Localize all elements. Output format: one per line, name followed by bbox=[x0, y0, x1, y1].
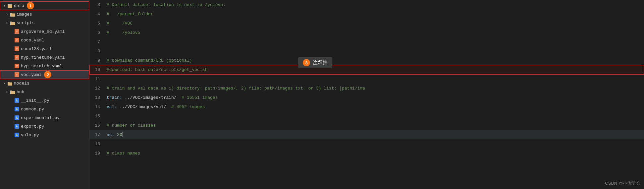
folder-icon bbox=[10, 12, 15, 17]
sidebar-item-scripts-folder[interactable]: scripts bbox=[0, 19, 89, 27]
line-number: 13 bbox=[89, 95, 105, 100]
editor-line-14: 14 val: ../VOC/images/val/ # 4952 images bbox=[89, 102, 644, 111]
line-content: # /parent_folder bbox=[105, 12, 153, 17]
editor-line-10: 10 #download: bash data/scripts/get_voc.… bbox=[89, 65, 644, 74]
editor-content: 3 # Default dataset location is next to … bbox=[89, 0, 644, 189]
editor-line-6: 6 # /yolov5 bbox=[89, 28, 644, 37]
line-content: nc: 20 bbox=[105, 132, 123, 137]
yaml-file-icon: Y bbox=[15, 29, 19, 34]
py-file-icon: 🐍 bbox=[15, 107, 19, 111]
line-number: 17 bbox=[89, 132, 105, 137]
line-number: 12 bbox=[89, 86, 105, 91]
editor-line-12: 12 # train and val data as 1) directory:… bbox=[89, 84, 644, 93]
line-content: # train and val data as 1) directory: pa… bbox=[105, 86, 365, 91]
sidebar-item-hyp-scratch-yaml[interactable]: Y hyp.scratch.yaml bbox=[0, 62, 89, 70]
chevron-icon bbox=[2, 3, 7, 8]
line-number: 3 bbox=[89, 2, 105, 7]
line-content: # Default dataset location is next to /y… bbox=[105, 2, 226, 7]
editor-line-3: 3 # Default dataset location is next to … bbox=[89, 0, 644, 9]
sidebar-item-scripts-label: scripts bbox=[17, 21, 35, 26]
chevron-icon bbox=[2, 81, 7, 86]
editor-line-7: 7 bbox=[89, 37, 644, 46]
sidebar-item-experimental-label: experimental.py bbox=[21, 115, 60, 120]
editor-line-4: 4 # /parent_folder bbox=[89, 9, 644, 19]
line-content: train: ../VOC/images/train/ # 16551 imag… bbox=[105, 95, 218, 100]
file-explorer: data 1 images scripts Y argoverse_hd.yam… bbox=[0, 0, 89, 189]
sidebar-item-common-py[interactable]: 🐍 common.py bbox=[0, 105, 89, 113]
folder-icon bbox=[7, 81, 13, 86]
line-number: 4 bbox=[89, 12, 105, 17]
tooltip-comment: 3 注释掉 bbox=[298, 57, 332, 68]
line-number: 10 bbox=[89, 67, 105, 72]
watermark: CSDN @小仇学长 bbox=[605, 180, 640, 186]
sidebar-item-yolo-py[interactable]: 🐍 yolo.py bbox=[0, 131, 89, 139]
editor-line-11: 11 bbox=[89, 74, 644, 84]
chevron-icon bbox=[5, 21, 9, 25]
py-file-icon: 🐍 bbox=[15, 133, 19, 137]
sidebar-item-coco-label: coco.yaml bbox=[21, 38, 44, 43]
line-number: 18 bbox=[89, 142, 105, 147]
sidebar-item-hub-folder[interactable]: hub bbox=[0, 88, 89, 96]
line-number: 15 bbox=[89, 114, 105, 119]
sidebar-item-images-label: images bbox=[17, 12, 32, 17]
sidebar-item-hyp-finetune-yaml[interactable]: Y hyp.finetune.yaml bbox=[0, 53, 89, 62]
sidebar-item-yolo-label: yolo.py bbox=[21, 133, 39, 138]
yaml-file-icon: Y bbox=[15, 55, 19, 60]
sidebar-item-images-folder[interactable]: images bbox=[0, 10, 89, 19]
sidebar-item-hyp-finetune-label: hyp.finetune.yaml bbox=[21, 55, 65, 60]
py-file-icon: 🐍 bbox=[15, 115, 19, 120]
editor-line-8: 8 bbox=[89, 46, 644, 56]
sidebar-item-init-py[interactable]: 🐍 __init__.py bbox=[0, 96, 89, 105]
yaml-file-icon: Y bbox=[15, 46, 19, 51]
tooltip-text: 注释掉 bbox=[313, 60, 328, 66]
sidebar-item-models-label: models bbox=[14, 81, 29, 86]
code-editor[interactable]: 3 # Default dataset location is next to … bbox=[89, 0, 644, 189]
sidebar-item-argoverse-label: argoverse_hd.yaml bbox=[21, 29, 65, 34]
sidebar-item-models-folder[interactable]: models bbox=[0, 79, 89, 88]
line-number: 14 bbox=[89, 104, 105, 109]
line-content: # number of classes bbox=[105, 123, 156, 128]
editor-line-9: 9 # download command/URL (optional) bbox=[89, 56, 644, 65]
sidebar-item-coco128-label: coco128.yaml bbox=[21, 46, 52, 51]
line-number: 7 bbox=[89, 39, 105, 44]
sidebar-item-export-label: export.py bbox=[21, 124, 44, 129]
line-number: 5 bbox=[89, 21, 105, 26]
yaml-file-icon: Y bbox=[15, 72, 19, 77]
yaml-file-icon: Y bbox=[15, 64, 19, 68]
editor-line-17: 17 nc: 20 bbox=[89, 130, 644, 139]
line-content: # class names bbox=[105, 151, 140, 156]
sidebar-item-coco128-yaml[interactable]: Y coco128.yaml bbox=[0, 44, 89, 53]
sidebar-item-argoverse-yaml[interactable]: Y argoverse_hd.yaml bbox=[0, 27, 89, 36]
line-number: 8 bbox=[89, 49, 105, 54]
line-number: 19 bbox=[89, 151, 105, 156]
sidebar-item-voc-label: voc.yaml bbox=[21, 72, 41, 77]
editor-line-13: 13 train: ../VOC/images/train/ # 16551 i… bbox=[89, 93, 644, 102]
badge-2: 2 bbox=[44, 71, 51, 78]
line-content: # /VOC bbox=[105, 21, 133, 26]
sidebar-item-hub-label: hub bbox=[17, 90, 24, 94]
sidebar-item-experimental-py[interactable]: 🐍 experimental.py bbox=[0, 113, 89, 122]
chevron-icon bbox=[5, 90, 9, 94]
sidebar-item-voc-yaml[interactable]: Y voc.yaml 2 bbox=[0, 70, 89, 79]
line-number: 6 bbox=[89, 30, 105, 35]
sidebar-item-init-label: __init__.py bbox=[21, 98, 49, 103]
editor-line-5: 5 # /VOC bbox=[89, 19, 644, 28]
badge-1: 1 bbox=[27, 2, 34, 9]
line-number: 11 bbox=[89, 77, 105, 82]
editor-line-16: 16 # number of classes bbox=[89, 121, 644, 130]
yaml-file-icon: Y bbox=[15, 38, 19, 42]
line-content: #download: bash data/scripts/get_voc.sh bbox=[105, 67, 207, 72]
folder-icon bbox=[10, 89, 15, 94]
sidebar-item-common-label: common.py bbox=[21, 107, 44, 112]
line-content: # download command/URL (optional) bbox=[105, 58, 192, 63]
folder-icon bbox=[10, 20, 15, 26]
sidebar-item-hyp-scratch-label: hyp.scratch.yaml bbox=[21, 64, 62, 69]
editor-line-19: 19 # class names bbox=[89, 149, 644, 158]
line-content: val: ../VOC/images/val/ # 4952 images bbox=[105, 104, 205, 109]
folder-icon bbox=[7, 3, 13, 8]
sidebar-item-data-folder[interactable]: data 1 bbox=[0, 1, 89, 10]
sidebar-item-coco-yaml[interactable]: Y coco.yaml bbox=[0, 36, 89, 44]
line-content: # /yolov5 bbox=[105, 30, 140, 35]
line-number: 9 bbox=[89, 58, 105, 63]
sidebar-item-export-py[interactable]: 🐍 export.py bbox=[0, 122, 89, 131]
